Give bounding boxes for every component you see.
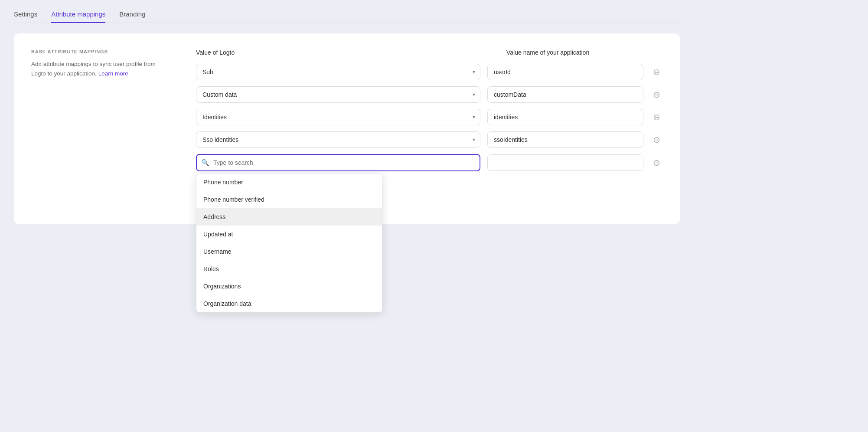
col-header-right: Value name of your application [506,49,662,56]
app-value-input-new[interactable] [487,154,643,171]
section-label: BASE ATTRIBUTE MAPPINGS [31,49,170,54]
dropdown-item-organizations[interactable]: Organizations [196,278,382,295]
select-logto-value-3[interactable]: Identities [196,109,480,125]
remove-row-2-button[interactable]: ⊖ [650,88,662,101]
mapping-row-2: Custom data ▾ ⊖ [196,86,662,103]
select-wrapper-4: Sso identities ▾ [196,131,480,148]
select-logto-value-1[interactable]: Sub [196,64,480,80]
mapping-row-3: Identities ▾ ⊖ [196,109,662,125]
remove-row-new-button[interactable]: ⊖ [650,157,662,169]
tab-bar: Settings Attribute mappings Branding [14,10,680,23]
dropdown-item-username[interactable]: Username [196,243,382,260]
search-mapping-row: 🔍 Phone number Phone number verified Add… [196,154,662,171]
select-wrapper-3: Identities ▾ [196,109,480,125]
select-wrapper-2: Custom data ▾ [196,86,480,103]
tab-attribute-mappings[interactable]: Attribute mappings [51,10,105,23]
app-value-input-3[interactable] [487,109,643,125]
app-value-input-1[interactable] [487,64,643,80]
col-header-left: Value of Logto [196,49,499,56]
dropdown-item-organization-data[interactable]: Organization data [196,295,382,312]
tab-settings[interactable]: Settings [14,10,37,23]
right-panel: Value of Logto Value name of your applic… [196,49,662,209]
mapping-row-4: Sso identities ▾ ⊖ [196,131,662,148]
app-value-input-2[interactable] [487,86,643,103]
tab-branding[interactable]: Branding [119,10,145,23]
select-logto-value-2[interactable]: Custom data [196,86,480,103]
select-logto-value-4[interactable]: Sso identities [196,131,480,148]
mapping-row-1: Sub ▾ ⊖ [196,64,662,80]
search-wrapper: 🔍 [196,154,480,171]
remove-row-3-button[interactable]: ⊖ [650,111,662,123]
dropdown-container: 🔍 Phone number Phone number verified Add… [196,154,480,171]
card: BASE ATTRIBUTE MAPPINGS Add attribute ma… [14,33,680,224]
dropdown-item-address[interactable]: Address [196,208,382,226]
dropdown-menu: Phone number Phone number verified Addre… [196,173,382,313]
select-wrapper-1: Sub ▾ [196,64,480,80]
search-input[interactable] [196,154,480,171]
dropdown-item-updated-at[interactable]: Updated at [196,226,382,243]
remove-row-1-button[interactable]: ⊖ [650,66,662,78]
section-description: Add attribute mappings to sync user prof… [31,59,170,78]
dropdown-item-phone-number[interactable]: Phone number [196,173,382,191]
app-value-input-4[interactable] [487,131,643,148]
left-panel: BASE ATTRIBUTE MAPPINGS Add attribute ma… [31,49,170,209]
learn-more-link[interactable]: Learn more [98,70,128,77]
dropdown-item-roles[interactable]: Roles [196,260,382,278]
dropdown-item-phone-number-verified[interactable]: Phone number verified [196,191,382,208]
remove-row-4-button[interactable]: ⊖ [650,134,662,146]
columns-header: Value of Logto Value name of your applic… [196,49,662,56]
